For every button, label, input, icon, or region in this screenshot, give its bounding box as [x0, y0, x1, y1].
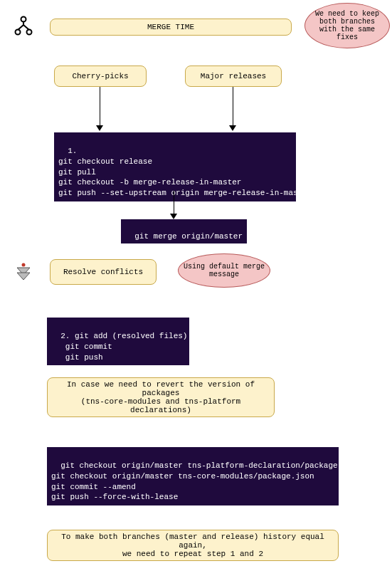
svg-point-3	[22, 263, 26, 267]
note-default-merge-msg: Using default merge message	[178, 253, 270, 288]
code-step-2: 2. git add (resolved files) git commit g…	[47, 318, 189, 365]
code-merge-text: git merge origin/master	[134, 232, 243, 241]
branch-icon	[14, 16, 33, 38]
code-step-3-text: git checkout origin/master tns-platform-…	[51, 461, 361, 502]
cherry-picks-box: Cherry-picks	[54, 65, 147, 87]
note-keep-branches: We need to keep both branches with the s…	[304, 3, 390, 48]
final-note-box: To make both branches (master and releas…	[47, 530, 339, 561]
code-step-1-text: 1. git checkout release git pull git che…	[58, 147, 312, 197]
svg-point-2	[27, 30, 32, 35]
cherry-picks-label: Cherry-picks	[72, 72, 128, 80]
arrow-line	[100, 87, 100, 125]
svg-point-1	[16, 30, 21, 35]
note-default-merge-msg-text: Using default merge message	[183, 263, 265, 278]
title-text: MERGE TIME	[147, 23, 194, 31]
major-releases-label: Major releases	[201, 72, 266, 80]
code-step-3: git checkout origin/master tns-platform-…	[47, 447, 339, 505]
svg-point-0	[21, 17, 26, 22]
note-keep-branches-text: We need to keep both branches with the s…	[309, 10, 385, 41]
revert-note-text: In case we need to revert the version of…	[55, 380, 267, 414]
arrow-line	[174, 191, 174, 214]
arrow-line	[233, 87, 233, 125]
arrow-head	[170, 214, 177, 219]
resolve-conflicts-label: Resolve conflicts	[63, 268, 143, 276]
final-note-text: To make both branches (master and releas…	[55, 533, 331, 558]
merge-down-icon	[14, 262, 33, 285]
code-step-2-text: 2. git add (resolved files) git commit g…	[51, 332, 187, 362]
code-step-1: 1. git checkout release git pull git che…	[54, 132, 296, 201]
arrow-head	[96, 125, 103, 131]
arrow-head	[229, 125, 236, 131]
title-box: MERGE TIME	[50, 19, 292, 36]
revert-note-box: In case we need to revert the version of…	[47, 377, 275, 417]
resolve-conflicts-box: Resolve conflicts	[50, 259, 157, 285]
code-merge: git merge origin/master	[121, 219, 247, 243]
major-releases-box: Major releases	[185, 65, 282, 87]
